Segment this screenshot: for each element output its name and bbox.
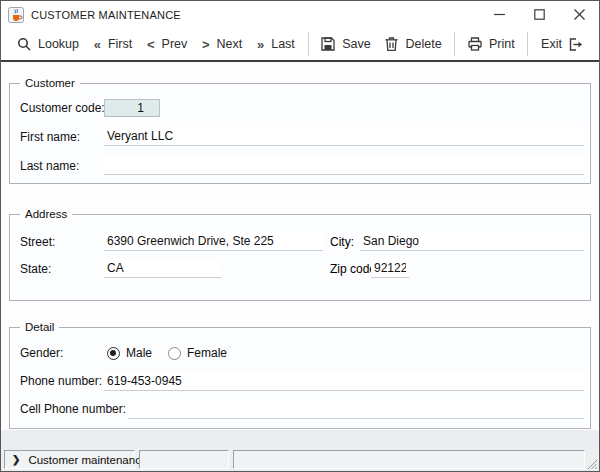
prev-button[interactable]: < Prev [145, 33, 189, 55]
first-name-label: First name: [20, 130, 104, 144]
city-input[interactable] [360, 232, 584, 251]
state-zip-row: State: Zip code: [16, 255, 584, 282]
phone-row: Phone number: [16, 367, 584, 395]
exit-icon [569, 38, 583, 51]
lookup-label: Lookup [38, 37, 79, 51]
window-gap-strip [1, 430, 599, 448]
detail-legend: Detail [20, 320, 59, 335]
lookup-button[interactable]: Lookup [15, 33, 81, 55]
last-button[interactable]: » Last [255, 33, 297, 55]
customer-code-input[interactable] [104, 99, 160, 117]
app-window: CUSTOMER MAINTENANCE Lookup « First < Pr… [0, 0, 600, 472]
gender-male-radio[interactable]: Male [107, 346, 152, 360]
state-input[interactable] [104, 259, 221, 278]
last-icon: » [257, 38, 264, 51]
street-label: Street: [20, 235, 104, 249]
cell-phone-row: Cell Phone number: [16, 395, 584, 423]
street-input[interactable] [104, 232, 323, 251]
address-groupbox: Address Street: City: State: Zip code: [9, 214, 591, 301]
next-button[interactable]: > Next [200, 33, 244, 55]
customer-legend: Customer [20, 76, 80, 91]
maximize-icon [534, 9, 545, 20]
chevron-right-icon: ❯ [12, 454, 20, 465]
close-icon [574, 9, 585, 20]
first-label: First [108, 37, 132, 51]
last-name-input[interactable] [104, 156, 584, 175]
first-button[interactable]: « First [92, 33, 135, 55]
first-name-row: First name: [16, 122, 584, 151]
last-name-label: Last name: [20, 159, 104, 173]
radio-circle-icon [168, 347, 181, 360]
state-label: State: [20, 262, 104, 276]
status-tab-label: Customer maintenance [28, 454, 147, 466]
exit-label: Exit [541, 37, 562, 51]
close-button[interactable] [559, 1, 599, 28]
customer-code-label: Customer code: [20, 101, 104, 115]
gender-row: Gender: Male Female [16, 339, 584, 367]
delete-button[interactable]: Delete [383, 33, 443, 55]
print-button[interactable]: Print [466, 33, 517, 55]
toolbar-separator [308, 32, 309, 56]
next-icon: > [202, 38, 210, 51]
gender-female-radio[interactable]: Female [168, 346, 227, 360]
exit-button[interactable]: Exit [539, 33, 585, 55]
status-cell-empty [139, 450, 229, 469]
last-name-row: Last name: [16, 151, 584, 180]
next-label: Next [217, 37, 243, 51]
phone-label: Phone number: [20, 374, 104, 388]
street-city-row: Street: City: [16, 228, 584, 255]
phone-input[interactable] [104, 372, 584, 391]
delete-label: Delete [405, 37, 441, 51]
cell-phone-input[interactable] [128, 400, 584, 419]
cell-phone-label: Cell Phone number: [20, 402, 128, 416]
save-icon [321, 37, 335, 51]
toolbar: Lookup « First < Prev > Next » Last Save… [1, 28, 599, 62]
toolbar-separator [527, 32, 528, 56]
prev-icon: < [147, 38, 155, 51]
first-name-input[interactable] [104, 127, 584, 146]
last-label: Last [271, 37, 295, 51]
prev-label: Prev [162, 37, 188, 51]
gender-label: Gender: [20, 346, 104, 360]
zip-code-input[interactable] [371, 259, 409, 278]
radio-circle-icon [107, 347, 120, 360]
customer-groupbox: Customer Customer code: First name: Last… [9, 83, 591, 184]
gender-female-label: Female [187, 346, 227, 360]
save-label: Save [342, 37, 371, 51]
resize-grip[interactable] [586, 458, 597, 469]
print-label: Print [489, 37, 515, 51]
printer-icon [468, 37, 482, 51]
minimize-icon [494, 9, 505, 20]
status-bar: ❯ Customer maintenance [1, 448, 599, 471]
trash-icon [385, 37, 398, 51]
java-app-icon [8, 7, 24, 23]
first-icon: « [94, 38, 101, 51]
customer-code-row: Customer code: [16, 93, 584, 122]
city-label: City: [330, 235, 360, 249]
form-panel: Customer Customer code: First name: Last… [1, 62, 599, 430]
status-tab-customer-maintenance[interactable]: ❯ Customer maintenance [4, 450, 135, 469]
minimize-button[interactable] [479, 1, 519, 28]
status-cell-empty [233, 450, 585, 469]
address-legend: Address [20, 207, 72, 222]
zip-code-label: Zip code: [330, 262, 371, 276]
save-button[interactable]: Save [319, 33, 373, 55]
search-icon [17, 37, 31, 51]
maximize-button[interactable] [519, 1, 559, 28]
gender-male-label: Male [126, 346, 152, 360]
title-bar: CUSTOMER MAINTENANCE [1, 1, 599, 28]
toolbar-separator [454, 32, 455, 56]
gender-radio-group: Male Female [107, 346, 227, 360]
window-title: CUSTOMER MAINTENANCE [31, 9, 181, 21]
detail-groupbox: Detail Gender: Male Female Phone number: [9, 327, 591, 429]
